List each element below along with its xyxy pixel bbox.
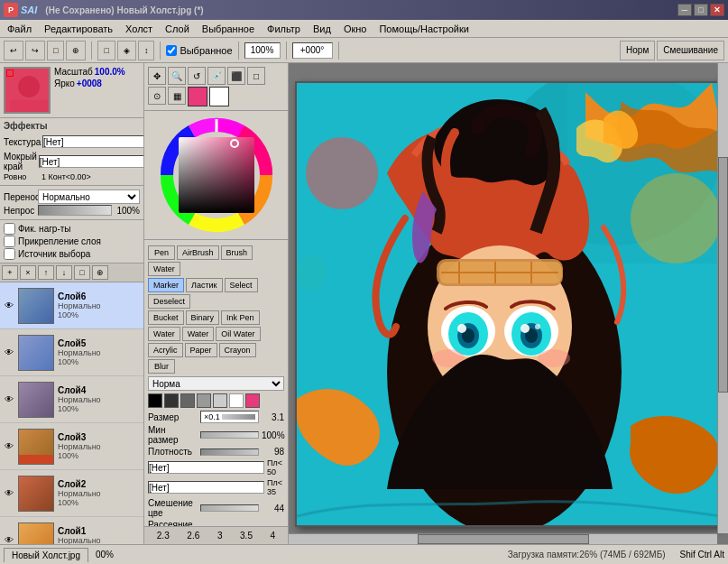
tool-zoom[interactable]: 🔍 [168,67,186,85]
opacity-slider[interactable] [38,205,112,216]
tool-select2[interactable]: □ [247,67,265,85]
toolbar-btn-4[interactable]: ⊕ [66,41,86,60]
menu-window[interactable]: Окно [338,22,373,36]
bg-color-swatch[interactable] [209,87,229,106]
tool-eyedrop[interactable]: 💉 [207,67,226,85]
layer-item-1[interactable]: 👁 Слой1 Нормально 100% [0,517,143,544]
layer-merge-btn[interactable]: ⊕ [92,265,108,280]
tool-extra[interactable]: ▦ [168,87,186,105]
toolbar-btn-5[interactable]: □ [97,41,115,60]
tool-move[interactable]: ✥ [148,67,166,85]
preset-black[interactable] [148,393,162,408]
preset-dark[interactable] [164,393,179,408]
density-track[interactable] [200,448,259,456]
maximize-button[interactable]: □ [694,4,708,16]
tool-eraser[interactable]: Ластик [186,278,223,292]
preset-gray[interactable] [180,393,195,408]
tool-pen[interactable]: Pen [148,245,175,260]
tool-deselect[interactable]: Deselect [148,294,190,309]
color-box-1[interactable] [148,461,264,474]
preset-white[interactable] [229,393,244,408]
norm-button[interactable]: Норм [620,41,655,60]
preset-silver[interactable] [213,393,227,408]
menu-canvas[interactable]: Холст [120,22,158,36]
num-35[interactable]: 3.5 [237,530,255,541]
canvas-image[interactable] [297,83,721,525]
v-scroll-thumb[interactable] [718,157,728,393]
tool-blur[interactable]: Blur [148,359,175,374]
checkbox-fiks[interactable] [4,223,15,235]
tool-water2[interactable]: Water [148,327,180,341]
num-3[interactable]: 3 [215,530,226,541]
layer-add-btn[interactable]: + [2,265,18,280]
blend-select[interactable]: Нормально [38,190,140,204]
tool-fill[interactable]: ⬛ [227,67,245,85]
tool-brush[interactable]: Brush [221,245,253,260]
minsize-track[interactable] [200,431,259,439]
tool-binary[interactable]: Binary [186,310,220,325]
tool-lasso[interactable]: ⊙ [148,87,166,105]
toolbar-btn-7[interactable]: ↕ [138,41,155,60]
layer-eye-6[interactable]: 👁 [2,299,16,313]
layer-item-2[interactable]: 👁 Слой2 Нормально 100% [0,470,143,517]
zoom-input[interactable] [244,42,281,59]
tool-crayon[interactable]: Crayon [219,343,256,357]
layer-up-btn[interactable]: ↑ [38,265,54,280]
size-track[interactable] [222,414,255,420]
num-23[interactable]: 2.3 [154,530,172,541]
num-4[interactable]: 4 [268,530,279,541]
checkbox-ist[interactable] [4,248,15,260]
tool-acrylic[interactable]: Acrylic [148,343,183,357]
rotation-input[interactable] [292,42,333,59]
layer-item-5[interactable]: 👁 Слой5 Нормально 100% [0,329,143,376]
tool-paper[interactable]: Paper [185,343,217,357]
layer-copy-btn[interactable]: □ [74,265,90,280]
h-scrollbar[interactable] [289,533,717,544]
layer-eye-2[interactable]: 👁 [2,486,16,501]
menu-selected[interactable]: Выбранное [197,22,260,36]
preset-pink[interactable] [245,393,260,408]
tool-select[interactable]: Select [225,278,258,292]
layer-down-btn[interactable]: ↓ [56,265,72,280]
close-button[interactable]: ✕ [710,4,724,16]
tool-blend-select[interactable]: Норма [148,376,284,391]
checkbox-prik[interactable] [4,236,15,247]
mix-track[interactable] [200,504,259,512]
toolbar-btn-6[interactable]: ◈ [117,41,136,60]
menu-edit[interactable]: Редактировать [39,22,118,36]
layer-del-btn[interactable]: × [20,265,36,280]
canvas-area[interactable] [289,63,728,544]
layer-item-3[interactable]: 👁 Слой3 Нормально 100% [0,423,143,470]
menu-layer[interactable]: Слой [160,22,195,36]
menu-filter[interactable]: Фильтр [262,22,306,36]
stroke-input[interactable] [39,155,144,168]
menu-view[interactable]: Вид [308,22,336,36]
blend-button[interactable]: Смешивание [657,41,724,60]
menu-help[interactable]: Помощь/Настройки [373,22,474,36]
color-wheel-svg[interactable] [158,116,275,234]
layer-item-4[interactable]: 👁 Слой4 Нормально 100% [0,376,143,423]
size-input-area[interactable]: ×0.1 [200,411,259,423]
tool-water3[interactable]: Water [182,327,215,341]
v-scrollbar[interactable] [717,63,728,533]
layer-eye-4[interactable]: 👁 [2,393,16,407]
toolbar-btn-1[interactable]: ↩ [4,41,23,60]
texture-input[interactable] [42,135,144,148]
tool-marker[interactable]: Marker [148,278,184,292]
toolbar-btn-3[interactable]: □ [47,41,64,60]
menu-file[interactable]: Файл [2,22,37,36]
preset-lgray[interactable] [197,393,211,408]
fg-color-swatch[interactable] [188,87,207,106]
toolbar-checkbox-vybrannoe[interactable]: Выбранное [166,45,232,56]
toolbar-btn-2[interactable]: ↪ [25,41,45,60]
color-box-2[interactable] [148,481,264,494]
num-26[interactable]: 2.6 [184,530,202,541]
tool-rotate[interactable]: ↺ [188,67,206,85]
layer-eye-1[interactable]: 👁 [2,533,16,545]
status-tab[interactable]: Новый Холст.jpg [4,548,88,562]
layer-eye-3[interactable]: 👁 [2,439,16,454]
layer-item-6[interactable]: 👁 Слой6 Нормально 100% [0,282,143,329]
h-scroll-thumb[interactable] [418,534,589,544]
tool-oilwater[interactable]: Oil Water [216,327,260,341]
layer-eye-5[interactable]: 👁 [2,346,16,360]
